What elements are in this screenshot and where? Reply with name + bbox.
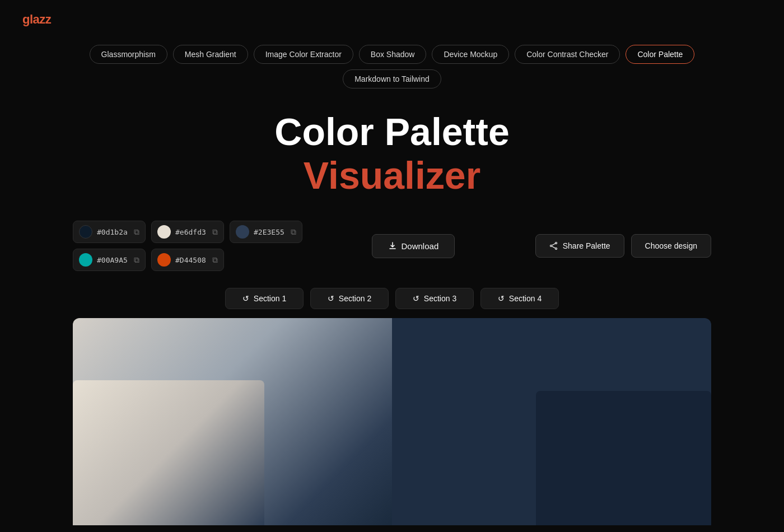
right-actions: Share Palette Choose design [535,234,711,258]
nav: GlassmorphismMesh GradientImage Color Ex… [0,39,784,64]
header: glazz [0,0,784,39]
middle-section: Download [311,234,515,258]
section-tab-label-1: Section 1 [254,294,286,303]
choose-design-label: Choose design [645,241,697,250]
preview-area [0,318,784,525]
download-icon [388,241,397,250]
section-tab-3[interactable]: ↺ Section 3 [395,288,474,309]
section-tab-label-2: Section 2 [339,294,371,303]
swatch-label-3: #2E3E55 [254,228,286,236]
hero-subtitle: Visualizer [11,153,773,199]
preview-right [392,318,711,525]
share-palette-button[interactable]: Share Palette [535,234,624,258]
preview-left [73,318,392,525]
controls-bar: #0d1b2a ⧉ #e6dfd3 ⧉ #2E3E55 ⧉ #00A9A5 ⧉ [0,221,784,271]
nav-item-0[interactable]: Glassmorphism [90,45,167,64]
section-tabs: ↺ Section 1 ↺ Section 2 ↺ Section 3 ↺ Se… [0,271,784,318]
swatch-label-5: #D44508 [175,256,208,264]
nav-second-item-0[interactable]: Markdown to Tailwind [343,69,441,88]
download-button[interactable]: Download [372,234,455,258]
swatch-label-1: #0d1b2a [97,228,129,236]
swatch-label-4: #00A9A5 [97,256,129,264]
swatch-label-2: #e6dfd3 [175,228,208,236]
share-icon [549,241,558,250]
nav-second-row: Markdown to Tailwind [0,69,784,88]
svg-point-0 [555,242,557,244]
refresh-icon-1: ↺ [242,294,249,303]
swatch-circle-5 [157,253,171,267]
nav-item-5[interactable]: Color Contrast Checker [515,45,620,64]
nav-item-4[interactable]: Device Mockup [432,45,509,64]
color-swatch-3[interactable]: #2E3E55 ⧉ [230,221,302,243]
refresh-icon-4: ↺ [498,294,505,303]
nav-item-2[interactable]: Image Color Extractor [254,45,353,64]
swatch-circle-2 [157,225,171,239]
color-swatch-1[interactable]: #0d1b2a ⧉ [73,221,146,243]
refresh-icon-3: ↺ [413,294,419,303]
hero-title: Color Palette [11,111,773,153]
section-tab-label-4: Section 4 [509,294,542,303]
copy-icon-1[interactable]: ⧉ [134,227,139,237]
swatch-row-1: #0d1b2a ⧉ #e6dfd3 ⧉ #2E3E55 ⧉ [73,221,302,243]
color-swatch-4[interactable]: #00A9A5 ⧉ [73,249,146,271]
nav-item-6[interactable]: Color Palette [626,45,694,64]
copy-icon-2[interactable]: ⧉ [212,227,218,237]
swatch-circle-3 [236,225,249,239]
svg-point-2 [555,248,557,250]
swatch-circle-4 [79,253,92,267]
nav-item-3[interactable]: Box Shadow [359,45,427,64]
section-tab-label-3: Section 3 [424,294,456,303]
copy-icon-5[interactable]: ⧉ [212,255,218,265]
svg-line-4 [552,246,555,249]
svg-line-3 [552,244,555,246]
svg-point-1 [550,245,552,247]
choose-design-button[interactable]: Choose design [631,234,711,258]
logo[interactable]: glazz [22,12,51,26]
hero-section: Color Palette Visualizer [0,88,784,215]
nav-item-1[interactable]: Mesh Gradient [173,45,248,64]
refresh-icon-2: ↺ [328,294,334,303]
share-label: Share Palette [563,241,610,250]
color-swatches: #0d1b2a ⧉ #e6dfd3 ⧉ #2E3E55 ⧉ #00A9A5 ⧉ [73,221,302,271]
preview-right-inner [536,391,712,526]
download-label: Download [402,241,439,251]
color-swatch-2[interactable]: #e6dfd3 ⧉ [151,221,224,243]
swatch-circle-1 [79,225,92,239]
copy-icon-4[interactable]: ⧉ [134,255,139,265]
section-tab-1[interactable]: ↺ Section 1 [225,288,304,309]
section-tab-2[interactable]: ↺ Section 2 [310,288,389,309]
swatch-row-2: #00A9A5 ⧉ #D44508 ⧉ [73,249,302,271]
color-swatch-5[interactable]: #D44508 ⧉ [151,249,224,271]
copy-icon-3[interactable]: ⧉ [291,227,296,237]
section-tab-4[interactable]: ↺ Section 4 [480,288,559,309]
preview-left-inner [73,380,264,525]
